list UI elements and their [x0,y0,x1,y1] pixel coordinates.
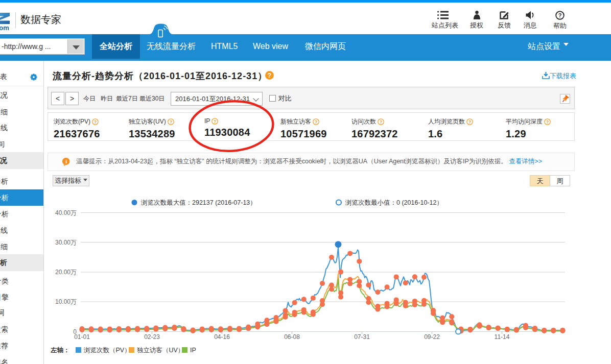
svg-text:i: i [65,159,67,164]
svg-text:30.00万: 30.00万 [55,239,77,246]
svg-text:?: ? [94,119,97,125]
svg-text:04-16: 04-16 [214,333,230,341]
svg-text:06-08: 06-08 [284,333,300,341]
svg-text:07-31: 07-31 [354,333,370,341]
svg-text:?: ? [558,12,562,18]
svg-text:?: ? [170,119,172,125]
svg-text:20.00万: 20.00万 [55,269,77,276]
svg-text:独立访客（UV）: 独立访客（UV） [137,347,184,354]
svg-text:02-23: 02-23 [144,333,160,341]
svg-text:?: ? [468,119,471,125]
svg-text:01-01: 01-01 [74,333,90,341]
svg-text:com: com [0,24,9,31]
svg-text:IP: IP [190,347,196,354]
svg-text:09-22: 09-22 [424,333,440,341]
svg-text:浏览次数最小值：0 (2016-10-12）: 浏览次数最小值：0 (2016-10-12） [345,199,443,206]
svg-text:?: ? [380,119,382,125]
svg-text:?: ? [268,72,271,79]
svg-text:浏览次数最大值：292137 (2016-07-13）: 浏览次数最大值：292137 (2016-07-13） [140,199,256,206]
svg-text:左轴：: 左轴： [50,347,70,354]
svg-text:10.00万: 10.00万 [55,298,77,305]
svg-text:?: ? [546,119,549,125]
svg-text:?: ? [315,119,317,125]
svg-text:40.00万: 40.00万 [55,209,77,216]
svg-text:11-14: 11-14 [495,333,510,341]
svg-text:浏览次数（PV）: 浏览次数（PV） [83,347,131,354]
